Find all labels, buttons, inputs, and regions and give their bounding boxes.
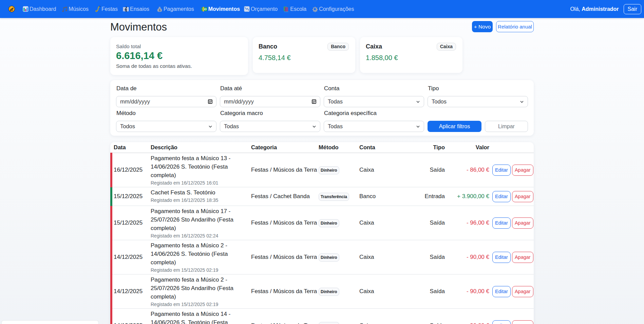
svg-text:$: $	[159, 8, 160, 12]
